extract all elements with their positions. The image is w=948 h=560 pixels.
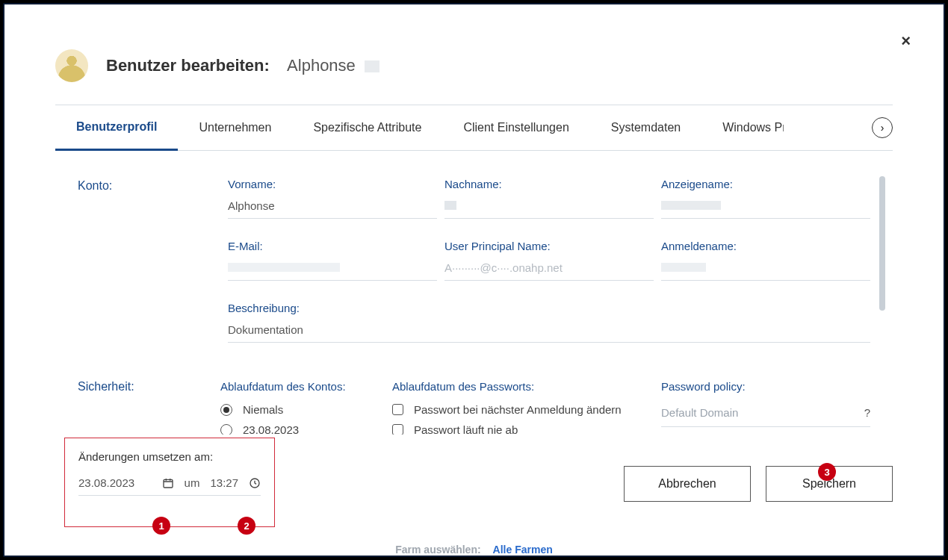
schedule-um: um bbox=[185, 476, 200, 489]
field-vorname: Vorname: Alphonse bbox=[228, 178, 437, 219]
email-input[interactable] bbox=[228, 258, 437, 281]
schedule-time[interactable]: 13:27 bbox=[210, 476, 238, 489]
beschreibung-input[interactable]: Dokumentation bbox=[228, 320, 870, 343]
field-upn: User Principal Name: A·········@c····.on… bbox=[444, 240, 654, 281]
title-redacted bbox=[365, 60, 379, 72]
radio-niemals[interactable]: Niemals bbox=[220, 403, 385, 416]
col-konto-ablauf: Ablaufdatum des Kontos: Niemals 23.08.20… bbox=[220, 380, 385, 435]
policy-placeholder: Default Domain bbox=[661, 406, 738, 419]
calendar-icon[interactable] bbox=[162, 477, 174, 489]
section-konto: Konto: Vorname: Alphonse Nachname: Anzei… bbox=[78, 178, 870, 343]
upn-label: User Principal Name: bbox=[444, 240, 654, 252]
tab-client-einstellungen[interactable]: Client Einstellungen bbox=[442, 106, 589, 149]
radio-icon bbox=[220, 404, 232, 416]
radio-icon bbox=[220, 424, 232, 435]
vorname-input[interactable]: Alphonse bbox=[228, 196, 437, 219]
radio-datum[interactable]: 23.08.2023 bbox=[220, 423, 385, 435]
close-icon[interactable]: × bbox=[901, 31, 911, 51]
vorname-label: Vorname: bbox=[228, 178, 437, 190]
checkbox-icon bbox=[392, 404, 403, 415]
section-sicherheit-label: Sicherheit: bbox=[78, 380, 213, 435]
tab-unternehmen[interactable]: Unternehmen bbox=[178, 106, 292, 149]
radio-datum-label: 23.08.2023 bbox=[243, 423, 299, 435]
konto-ablauf-label: Ablaufdatum des Kontos: bbox=[220, 380, 385, 393]
field-anmeldename: Anmeldename: bbox=[661, 240, 870, 281]
scrollbar[interactable] bbox=[879, 176, 885, 311]
help-icon[interactable]: ? bbox=[864, 406, 870, 419]
strip-label: Farm auswählen: bbox=[395, 544, 480, 556]
anzeigename-input[interactable] bbox=[661, 196, 870, 219]
tab-benutzerprofil[interactable]: Benutzerprofil bbox=[55, 105, 178, 151]
beschreibung-label: Beschreibung: bbox=[228, 302, 870, 314]
annotation-badge-3: 3 bbox=[818, 463, 836, 481]
anmeldename-input[interactable] bbox=[661, 258, 870, 281]
annotation-badge-2: 2 bbox=[238, 517, 255, 535]
check-pwd-next[interactable]: Passwort bei nächster Anmeldung ändern bbox=[392, 403, 654, 416]
footer-buttons: Abbrechen Speichern bbox=[624, 466, 893, 502]
tabs-next-button[interactable]: › bbox=[872, 117, 893, 138]
title-username: Alphonse bbox=[287, 56, 356, 75]
footer: Änderungen umsetzen am: 23.08.2023 um 13… bbox=[64, 438, 893, 535]
nachname-label: Nachname: bbox=[444, 178, 654, 190]
title-prefix: Benutzer bearbeiten: bbox=[106, 56, 270, 75]
tab-systemdaten[interactable]: Systemdaten bbox=[590, 106, 701, 149]
avatar bbox=[55, 49, 88, 82]
modal-header: Benutzer bearbeiten: Alphonse bbox=[10, 10, 938, 105]
form-area: Konto: Vorname: Alphonse Nachname: Anzei… bbox=[10, 151, 938, 435]
bottom-strip: Farm auswählen: Alle Farmen bbox=[395, 544, 553, 556]
anzeigename-label: Anzeigename: bbox=[661, 178, 870, 190]
schedule-label: Änderungen umsetzen am: bbox=[78, 450, 261, 463]
anmeldename-label: Anmeldename: bbox=[661, 240, 870, 252]
modal-frame: × Benutzer bearbeiten: Alphonse Benutzer… bbox=[3, 3, 945, 557]
col-pwd-ablauf: Ablaufdatum des Passworts: Passwort bei … bbox=[392, 380, 654, 435]
radio-niemals-label: Niemals bbox=[243, 403, 283, 416]
check-pwd-never[interactable]: Passwort läuft nie ab bbox=[392, 423, 654, 435]
clock-icon[interactable] bbox=[249, 477, 261, 489]
upn-input[interactable]: A·········@c····.onahp.net bbox=[444, 258, 654, 281]
checkbox-icon bbox=[392, 424, 403, 435]
tab-windows[interactable]: Windows Pr bbox=[701, 106, 784, 149]
section-sicherheit: Sicherheit: Ablaufdatum des Kontos: Niem… bbox=[78, 380, 870, 435]
check-pwd-never-label: Passwort läuft nie ab bbox=[414, 423, 518, 435]
nachname-input[interactable] bbox=[444, 196, 654, 219]
field-email: E-Mail: bbox=[228, 240, 437, 281]
email-label: E-Mail: bbox=[228, 240, 437, 252]
modal-body: × Benutzer bearbeiten: Alphonse Benutzer… bbox=[10, 10, 938, 550]
strip-value[interactable]: Alle Farmen bbox=[493, 544, 553, 556]
page-title: Benutzer bearbeiten: Alphonse bbox=[106, 56, 379, 75]
tabs: Benutzerprofil Unternehmen Spezifische A… bbox=[55, 105, 893, 151]
pwd-ablauf-label: Ablaufdatum des Passworts: bbox=[392, 380, 654, 393]
tab-spezifische-attribute[interactable]: Spezifische Attribute bbox=[292, 106, 442, 149]
annotation-badge-1: 1 bbox=[152, 517, 170, 535]
cancel-button[interactable]: Abbrechen bbox=[624, 466, 751, 502]
field-beschreibung: Beschreibung: Dokumentation bbox=[228, 302, 870, 343]
schedule-box: Änderungen umsetzen am: 23.08.2023 um 13… bbox=[64, 438, 275, 527]
field-nachname: Nachname: bbox=[444, 178, 654, 219]
section-konto-label: Konto: bbox=[78, 178, 220, 343]
policy-label: Password policy: bbox=[661, 380, 870, 393]
schedule-date[interactable]: 23.08.2023 bbox=[78, 476, 134, 489]
svg-rect-0 bbox=[164, 479, 173, 488]
field-anzeigename: Anzeigename: bbox=[661, 178, 870, 219]
check-pwd-next-label: Passwort bei nächster Anmeldung ändern bbox=[414, 403, 622, 416]
policy-select[interactable]: Default Domain ? bbox=[661, 403, 870, 427]
col-policy: Password policy: Default Domain ? bbox=[661, 380, 870, 435]
